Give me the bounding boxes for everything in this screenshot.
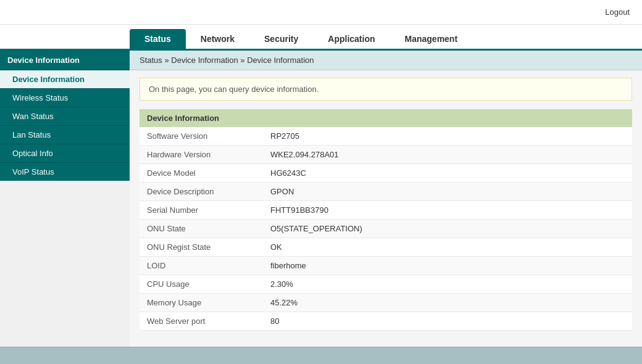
section-title: Device Information xyxy=(140,109,632,127)
row-value: 80 xyxy=(263,312,632,331)
table-row: Web Server port80 xyxy=(140,312,632,331)
row-label: ONU Regist State xyxy=(140,238,263,257)
row-value: GPON xyxy=(263,183,632,201)
row-value: OK xyxy=(263,238,632,257)
table-row: ONU StateO5(STATE_OPERATION) xyxy=(140,220,632,238)
content-inner: On this page, you can query device infor… xyxy=(130,70,642,338)
sidebar-item-wan-status[interactable]: Wan Status xyxy=(0,107,130,125)
sidebar-item-voip-status[interactable]: VoIP Status xyxy=(0,162,130,181)
table-row: Memory Usage45.22% xyxy=(140,294,632,312)
sidebar-sub-item-device-information[interactable]: Device Information xyxy=(0,70,130,88)
top-bar: Logout xyxy=(0,0,642,25)
device-info-table: Software VersionRP2705Hardware VersionWK… xyxy=(140,127,632,331)
row-value: O5(STATE_OPERATION) xyxy=(263,220,632,238)
table-row: Software VersionRP2705 xyxy=(140,127,632,146)
sidebar-item-optical-info[interactable]: Optical Info xyxy=(0,144,130,162)
row-label: LOID xyxy=(140,257,263,275)
table-row: ONU Regist StateOK xyxy=(140,238,632,257)
row-value: WKE2.094.278A01 xyxy=(263,146,632,164)
table-row: Device ModelHG6243C xyxy=(140,164,632,183)
table-row: Hardware VersionWKE2.094.278A01 xyxy=(140,146,632,164)
row-label: Device Description xyxy=(140,183,263,201)
sidebar-item-device-information[interactable]: Device Information xyxy=(0,51,130,70)
sidebar-item-wireless-status[interactable]: Wireless Status xyxy=(0,88,130,107)
content-area: Status » Device Information » Device Inf… xyxy=(130,51,642,347)
breadcrumb: Status » Device Information » Device Inf… xyxy=(130,51,642,70)
row-label: ONU State xyxy=(140,220,263,238)
table-row: LOIDfiberhome xyxy=(140,257,632,275)
sidebar-item-lan-status[interactable]: Lan Status xyxy=(0,125,130,144)
row-value: FHTT91BB3790 xyxy=(263,201,632,220)
main-nav: Status Network Security Application Mana… xyxy=(0,25,642,51)
table-row: Device DescriptionGPON xyxy=(140,183,632,201)
row-value: 45.22% xyxy=(263,294,632,312)
table-row: Serial NumberFHTT91BB3790 xyxy=(140,201,632,220)
footer xyxy=(0,347,642,364)
row-value: RP2705 xyxy=(263,127,632,146)
logout-button[interactable]: Logout xyxy=(605,7,630,17)
row-label: Software Version xyxy=(140,127,263,146)
row-label: Device Model xyxy=(140,164,263,183)
row-label: Hardware Version xyxy=(140,146,263,164)
row-value: HG6243C xyxy=(263,164,632,183)
sidebar: Device Information Device Information Wi… xyxy=(0,51,130,347)
nav-item-management[interactable]: Management xyxy=(390,29,473,49)
nav-item-security[interactable]: Security xyxy=(249,29,313,49)
row-label: Memory Usage xyxy=(140,294,263,312)
layout: Device Information Device Information Wi… xyxy=(0,51,642,347)
nav-item-application[interactable]: Application xyxy=(313,29,390,49)
info-message: On this page, you can query device infor… xyxy=(140,78,632,101)
row-label: CPU Usage xyxy=(140,275,263,294)
nav-item-network[interactable]: Network xyxy=(186,29,249,49)
row-label: Web Server port xyxy=(140,312,263,331)
table-row: CPU Usage2.30% xyxy=(140,275,632,294)
nav-item-status[interactable]: Status xyxy=(130,29,186,49)
row-value: fiberhome xyxy=(263,257,632,275)
row-label: Serial Number xyxy=(140,201,263,220)
row-value: 2.30% xyxy=(263,275,632,294)
